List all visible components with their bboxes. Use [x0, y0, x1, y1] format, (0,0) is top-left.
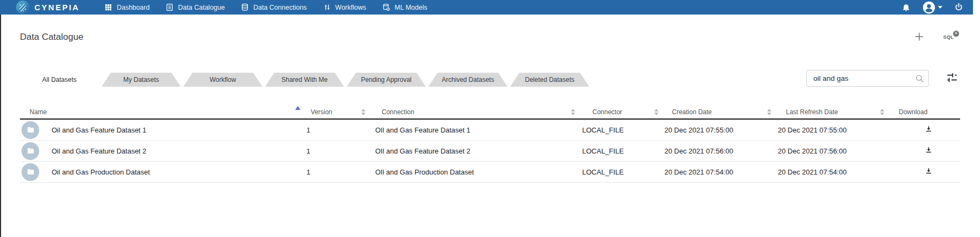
sort-toggle-icon[interactable] [361, 109, 366, 115]
column-header-version[interactable]: Version [293, 105, 371, 119]
dataset-connection: OIl and Gas Feature Dataset 1 [371, 126, 575, 134]
nav-item-label: Dashboard [117, 4, 149, 11]
nav-item-dashboard[interactable]: Dashboard [104, 3, 149, 11]
sort-toggle-icon[interactable] [571, 109, 575, 115]
nav-item-data-catalogue[interactable]: Data Catalogue [166, 3, 225, 11]
nav-item-label: Data Connections [253, 4, 306, 11]
page-actions: SQL + [913, 31, 960, 44]
download-button[interactable] [925, 167, 933, 177]
download-button[interactable] [925, 146, 933, 156]
dropdown-caret-icon [938, 6, 942, 9]
dataset-connector: LOCAL_FILE [575, 126, 661, 134]
workflows-arrows-icon [323, 3, 331, 11]
tab-pending-approval[interactable]: Pending Approval [347, 73, 426, 87]
table-header: Name Version Connection Connector Creati… [20, 105, 960, 120]
database-icon [241, 3, 249, 11]
sort-toggle-icon[interactable] [654, 109, 659, 115]
search-icon[interactable] [915, 74, 924, 83]
tab-label: Workflow [210, 76, 236, 83]
page-header: Data Catalogue SQL + [20, 27, 960, 47]
dataset-badge [20, 142, 47, 160]
nav-item-ml-models[interactable]: A ML Models [382, 3, 427, 11]
plus-icon [913, 31, 925, 44]
tab-shared-with-me[interactable]: Shared With Me [265, 73, 344, 87]
nav-item-label: Workflows [335, 4, 366, 11]
dataset-version: 1 [293, 168, 371, 176]
column-label: Connector [592, 108, 622, 116]
dataset-connection: OIl and Gas Feature Dataset 2 [371, 147, 575, 155]
tab-label: Shared With Me [281, 76, 327, 83]
nav-item-workflows[interactable]: Workflows [323, 3, 366, 11]
column-header-connection[interactable]: Connection [371, 105, 575, 119]
tab-my-datasets[interactable]: My Datasets [102, 73, 181, 87]
top-nav: CYNEPIA Dashboard Data Catalogue Data Co… [0, 0, 973, 15]
folder-icon [22, 142, 39, 160]
notifications-bell-icon[interactable] [902, 3, 911, 12]
column-header-last-refresh-date[interactable]: Last Refresh Date [774, 105, 887, 119]
brand-name: CYNEPIA [34, 3, 80, 12]
dataset-last-refresh-date: 20 Dec 2021 07:55:00 [774, 126, 887, 134]
filter-button[interactable] [945, 71, 959, 86]
dataset-tabs: All Datasets My Datasets Workflow Shared… [20, 73, 589, 87]
dashboard-grid-icon [104, 3, 112, 11]
column-label: Download [899, 108, 927, 116]
column-label: Version [311, 108, 332, 116]
plus-badge-icon: + [953, 31, 959, 37]
tab-label: Archived Datasets [442, 76, 494, 83]
dataset-badge [20, 121, 47, 139]
search-input[interactable] [806, 70, 929, 87]
add-dataset-button[interactable] [913, 31, 925, 44]
tab-archived-datasets[interactable]: Archived Datasets [428, 73, 507, 87]
download-icon [925, 125, 933, 135]
table-row[interactable]: Oil and Gas Feature Dataset 1 1 OIl and … [20, 120, 960, 141]
dataset-creation-date: 20 Dec 2021 07:56:00 [661, 147, 774, 155]
dataset-version: 1 [293, 147, 371, 155]
filter-sliders-icon [945, 71, 959, 86]
dataset-connector: LOCAL_FILE [575, 168, 661, 176]
sort-toggle-icon[interactable] [880, 109, 884, 115]
power-icon[interactable] [954, 3, 963, 12]
dataset-name: Oil and Gas Production Dataset [47, 168, 293, 176]
folder-icon [22, 121, 39, 139]
column-header-download: Download [887, 105, 960, 119]
column-label: Last Refresh Date [786, 108, 838, 116]
tab-all-datasets[interactable]: All Datasets [20, 73, 99, 87]
tab-workflow[interactable]: Workflow [183, 73, 262, 87]
column-header-connector[interactable]: Connector [575, 105, 661, 119]
tab-deleted-datasets[interactable]: Deleted Datasets [510, 73, 589, 87]
download-button[interactable] [925, 125, 933, 135]
catalogue-document-icon [166, 3, 174, 11]
dataset-creation-date: 20 Dec 2021 07:54:00 [661, 168, 774, 176]
sql-label: SQL [943, 34, 954, 40]
nav-item-label: ML Models [395, 4, 427, 11]
tab-label: All Datasets [42, 76, 76, 83]
tab-label: My Datasets [123, 76, 159, 83]
cynepia-logo-icon [16, 1, 30, 14]
table-row[interactable]: Oil and Gas Production Dataset 1 OIl and… [20, 162, 960, 183]
user-menu[interactable] [922, 1, 942, 14]
dataset-last-refresh-date: 20 Dec 2021 07:56:00 [774, 147, 887, 155]
dataset-version: 1 [293, 126, 371, 134]
nav-right-controls [902, 1, 963, 14]
ml-models-database-icon: A [382, 3, 390, 11]
dataset-connection: OIl and Gas Production Dataset [371, 168, 575, 176]
sort-toggle-icon[interactable] [767, 109, 771, 115]
nav-item-label: Data Catalogue [178, 4, 225, 11]
column-header-creation-date[interactable]: Creation Date [661, 105, 774, 119]
tabs-row: All Datasets My Datasets Workflow Shared… [20, 69, 960, 87]
brand[interactable]: CYNEPIA [16, 1, 80, 14]
search-box [806, 70, 929, 87]
window-left-edge [0, 15, 1, 237]
column-header-name[interactable]: Name [20, 105, 293, 119]
folder-icon [22, 163, 39, 181]
main-content: Data Catalogue SQL + All Datasets My Dat… [0, 27, 980, 183]
nav-item-data-connections[interactable]: Data Connections [241, 3, 306, 11]
dataset-last-refresh-date: 20 Dec 2021 07:54:00 [774, 168, 887, 176]
tab-label: Pending Approval [361, 76, 411, 83]
download-icon [925, 167, 933, 177]
column-label: Name [30, 108, 47, 116]
user-avatar-icon [922, 1, 935, 14]
column-label: Creation Date [672, 108, 712, 116]
table-row[interactable]: Oil and Gas Feature Dataset 2 1 OIl and … [20, 141, 960, 162]
sql-query-button[interactable]: SQL + [943, 34, 954, 40]
